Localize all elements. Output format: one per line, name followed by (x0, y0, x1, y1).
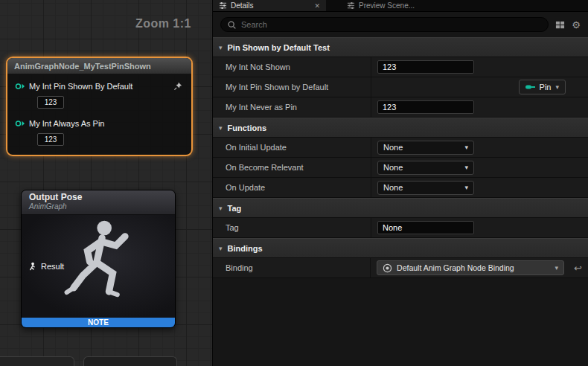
dropdown-value: Default Anim Graph Node Binding (397, 263, 514, 272)
section-title: Pin Shown by Default Test (228, 43, 330, 52)
anim-graph-test-node[interactable]: AnimGraphNode_MyTestPinShown My Int Pin … (6, 57, 193, 156)
function-dropdown[interactable]: None ▾ (377, 181, 474, 195)
tag-text-input[interactable]: None (377, 221, 474, 234)
property-row-my-int-pin-shown-by-default: My Int Pin Shown by Default Pin ▾ (213, 77, 588, 97)
property-label: On Update (213, 178, 371, 197)
property-label: My Int Pin Shown by Default (213, 77, 371, 97)
property-label: My Int Not Shown (213, 57, 371, 77)
details-panel: Details ✕ Preview Scene... (212, 0, 588, 366)
node-title: Output Pose (29, 192, 175, 202)
details-toolbar: ⚙ (213, 12, 588, 37)
pin-value-input[interactable]: 123 (37, 133, 64, 146)
property-row-on-become-relevant: On Become Relevant None ▾ (213, 158, 588, 178)
search-box[interactable] (220, 17, 549, 32)
mannequin-figure (50, 216, 150, 316)
tab-details[interactable]: Details ✕ (213, 0, 326, 11)
int-pin-always-as-pin[interactable]: My Int Always As Pin (15, 119, 104, 128)
node-subtitle: AnimGraph (29, 202, 175, 211)
chevron-down-icon: ▾ (219, 205, 223, 212)
property-value-cell: None (371, 218, 588, 237)
result-pose-pin[interactable]: Result (28, 262, 64, 271)
tab-label: Preview Scene... (359, 1, 415, 10)
reset-to-default-icon[interactable]: ↩ (574, 263, 582, 274)
chevron-down-icon: ▾ (464, 144, 468, 151)
node-fragment[interactable] (83, 356, 177, 366)
unreal-editor: Zoom 1:1 AnimGraphNode_MyTestPinShown My… (0, 0, 588, 366)
section-header-pin-shown-by-default-test[interactable]: ▾ Pin Shown by Default Test (213, 37, 588, 57)
binding-icon (383, 263, 392, 273)
pin-visibility-dropdown[interactable]: Pin ▾ (519, 80, 566, 94)
property-value-cell: 123 (371, 97, 588, 117)
close-tab-icon[interactable]: ✕ (314, 2, 320, 10)
pin-label: My Int Always As Pin (29, 119, 104, 128)
property-value-cell: None ▾ (371, 178, 588, 197)
int-pin-shown-by-default[interactable]: My Int Pin Shown By Default (15, 82, 132, 91)
node-fragment[interactable] (0, 356, 74, 366)
int-pin-icon (15, 83, 25, 90)
chevron-down-icon: ▾ (219, 245, 223, 252)
section-title: Bindings (228, 244, 263, 253)
details-icon (219, 1, 227, 10)
property-value-cell: 123 (371, 57, 588, 77)
node-title: AnimGraphNode_MyTestPinShown (7, 58, 191, 74)
note-tag-bar[interactable]: NOTE (22, 318, 175, 327)
property-row-on-update: On Update None ▾ (213, 178, 588, 198)
property-label: Binding (213, 258, 370, 277)
dropdown-value: None (383, 183, 403, 192)
section-title: Functions (228, 123, 267, 132)
preview-scene-icon (347, 1, 355, 10)
pin-icon (525, 84, 535, 90)
dropdown-value: Pin (540, 83, 552, 92)
pin-value-input[interactable]: 123 (37, 96, 64, 109)
property-value-cell: None ▾ (371, 138, 588, 157)
dropdown-value: None (383, 163, 403, 172)
chevron-down-icon: ▾ (555, 83, 559, 91)
property-row-binding: Binding Default Anim Graph Node Binding … (213, 258, 588, 278)
property-row-my-int-never-as-pin: My Int Never as Pin 123 (213, 97, 588, 118)
property-label: Tag (213, 218, 371, 237)
pin-label: Result (41, 262, 64, 271)
chevron-down-icon: ▾ (464, 164, 468, 171)
anim-graph-canvas[interactable]: Zoom 1:1 AnimGraphNode_MyTestPinShown My… (0, 0, 212, 366)
tab-preview-scene[interactable]: Preview Scene... (341, 0, 421, 11)
chevron-down-icon: ▾ (219, 124, 223, 132)
section-title: Tag (228, 204, 242, 213)
int-text-input[interactable]: 123 (377, 100, 474, 114)
dropdown-value: None (383, 143, 403, 152)
display-filter-icon[interactable] (555, 20, 565, 30)
property-row-my-int-not-shown: My Int Not Shown 123 (213, 57, 588, 77)
binding-dropdown[interactable]: Default Anim Graph Node Binding ▾ (377, 260, 564, 275)
int-text-input[interactable]: 123 (377, 60, 474, 74)
property-value-cell: Pin ▾ (371, 77, 588, 97)
output-pose-node[interactable]: Output Pose AnimGraph (21, 190, 176, 328)
zoom-level-label: Zoom 1:1 (135, 17, 191, 30)
section-header-tag[interactable]: ▾ Tag (213, 198, 588, 218)
chevron-down-icon: ▾ (464, 184, 468, 191)
pin-label: My Int Pin Shown By Default (29, 82, 132, 91)
property-label: My Int Never as Pin (213, 97, 371, 117)
property-value-cell: Default Anim Graph Node Binding ▾ ↩ (370, 258, 588, 277)
property-row-on-initial-update: On Initial Update None ▾ (213, 138, 588, 158)
chevron-down-icon: ▾ (219, 44, 223, 51)
chevron-down-icon: ▾ (555, 264, 559, 272)
search-input[interactable] (241, 20, 542, 29)
property-row-tag: Tag None (213, 218, 588, 238)
panel-tab-bar: Details ✕ Preview Scene... (213, 0, 588, 12)
function-dropdown[interactable]: None ▾ (377, 141, 474, 155)
settings-gear-icon[interactable]: ⚙ (572, 20, 581, 30)
function-dropdown[interactable]: None ▾ (377, 161, 474, 175)
section-header-functions[interactable]: ▾ Functions (213, 118, 588, 138)
property-label: On Become Relevant (213, 158, 371, 177)
int-pin-icon (15, 120, 25, 127)
node-preview-thumbnail: Result (22, 215, 175, 318)
search-icon (227, 20, 237, 30)
property-label: On Initial Update (213, 138, 371, 157)
node-header: Output Pose AnimGraph (22, 190, 175, 215)
property-value-cell: None ▾ (371, 158, 588, 177)
pose-pin-icon (28, 262, 36, 271)
pushpin-icon[interactable] (173, 82, 182, 91)
section-header-bindings[interactable]: ▾ Bindings (213, 238, 588, 258)
tab-label: Details (231, 1, 254, 10)
